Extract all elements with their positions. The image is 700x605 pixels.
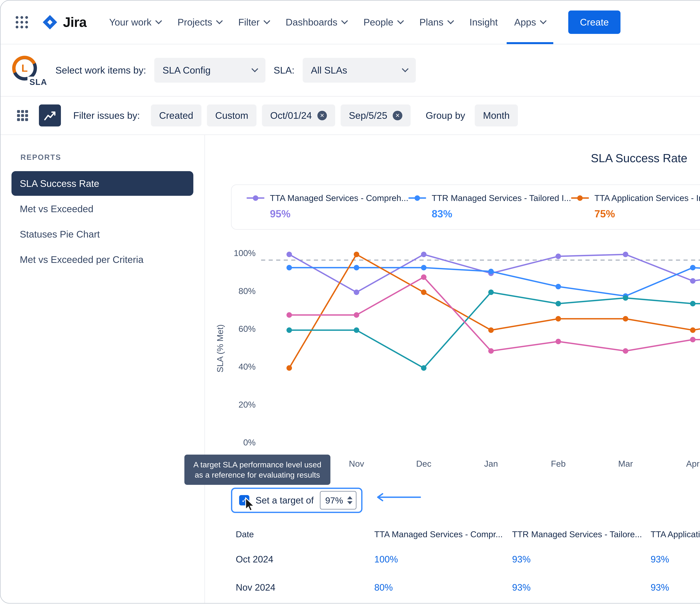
x-axis-tick: Mar xyxy=(604,459,648,468)
data-point[interactable] xyxy=(354,289,359,295)
chart-legend: TTA Managed Services - Compreh... 95% TT… xyxy=(231,185,700,230)
remove-chip-icon[interactable] xyxy=(393,111,402,120)
data-point[interactable] xyxy=(555,316,561,321)
work-items-dropdown[interactable]: SLA Config xyxy=(154,58,265,82)
target-value-input[interactable] xyxy=(325,495,344,505)
create-button[interactable]: Create xyxy=(568,10,620,34)
data-point[interactable] xyxy=(623,252,628,257)
chart-view-button[interactable] xyxy=(39,104,61,126)
data-point[interactable] xyxy=(555,301,561,306)
x-axis-tick: Apr xyxy=(671,459,700,468)
grid-view-button[interactable] xyxy=(11,104,33,126)
nav-item-apps[interactable]: Apps xyxy=(507,0,553,44)
data-point[interactable] xyxy=(488,327,494,333)
table-header-row: Date TTA Managed Services - Compr... TTR… xyxy=(236,523,700,545)
sla-app-header: L SLA Select work items by: SLA Config S… xyxy=(1,44,700,96)
chip-created[interactable]: Created xyxy=(151,104,201,126)
data-point[interactable] xyxy=(690,278,696,284)
nav-item-people[interactable]: People xyxy=(356,0,410,44)
spinner-arrows[interactable] xyxy=(347,496,352,504)
sidebar-item-met-vs-exceeded[interactable]: Met vs Exceeded xyxy=(11,196,193,221)
data-point[interactable] xyxy=(488,269,494,274)
spinner-down-icon[interactable] xyxy=(347,501,352,504)
data-point[interactable] xyxy=(421,274,426,280)
table-row: Nov 2024 80% 93% 93% 100% 60% xyxy=(236,573,700,602)
data-point[interactable] xyxy=(488,348,494,354)
jira-logo[interactable]: Jira xyxy=(42,14,86,30)
data-point[interactable] xyxy=(623,316,628,321)
series-summary-value: 75% xyxy=(595,208,700,220)
nav-item-dashboards[interactable]: Dashboards xyxy=(278,0,354,44)
x-axis-tick: Nov xyxy=(334,459,378,468)
y-axis-tick: 40% xyxy=(223,362,256,371)
data-point[interactable] xyxy=(690,301,696,306)
y-axis-label: SLA (% Met) xyxy=(215,293,225,403)
sla-dropdown[interactable]: All SLAs xyxy=(303,58,416,82)
target-spinner[interactable] xyxy=(320,491,356,509)
series-summary-value: 95% xyxy=(270,208,408,220)
y-axis-tick: 60% xyxy=(223,324,256,334)
group-by-label: Group by xyxy=(426,110,465,121)
report-content: SLA Success Rate TTA Managed Services - … xyxy=(205,135,700,603)
chevron-down-icon xyxy=(402,66,408,72)
nav-item-projects[interactable]: Projects xyxy=(170,0,229,44)
data-point[interactable] xyxy=(555,253,561,259)
chevron-down-icon xyxy=(341,18,348,24)
chevron-down-icon xyxy=(263,18,270,24)
legend-item[interactable]: TTA Managed Services - Compreh... 95% xyxy=(247,193,408,221)
data-table: Date TTA Managed Services - Compr... TTR… xyxy=(236,523,700,601)
chip-custom[interactable]: Custom xyxy=(207,104,256,126)
reports-sidebar: REPORTS SLA Success Rate Met vs Exceeded… xyxy=(1,135,205,603)
data-point[interactable] xyxy=(354,312,359,318)
app-switcher-button[interactable] xyxy=(11,12,32,32)
column-header: TTA Application Services - Inno... xyxy=(651,529,700,539)
data-point[interactable] xyxy=(286,365,292,371)
data-point[interactable] xyxy=(421,265,426,270)
chart-title: SLA Success Rate xyxy=(205,151,700,165)
nav-item-insight[interactable]: Insight xyxy=(462,0,505,44)
sidebar-heading: REPORTS xyxy=(21,153,193,162)
y-axis-tick: 80% xyxy=(223,286,256,296)
data-point[interactable] xyxy=(488,289,494,295)
remove-chip-icon[interactable] xyxy=(317,111,327,120)
legend-item[interactable]: TTR Managed Services - Tailored I... 83% xyxy=(408,193,571,221)
data-point[interactable] xyxy=(555,339,561,344)
data-point[interactable] xyxy=(354,252,359,257)
sidebar-item-statuses-pie-chart[interactable]: Statuses Pie Chart xyxy=(11,222,193,246)
table-row: Oct 2024 100% 93% 93% 40% 60% xyxy=(236,545,700,573)
column-header: TTR Managed Services - Tailore... xyxy=(512,529,651,539)
legend-item[interactable]: TTA Application Services - Innova... 75% xyxy=(571,193,700,221)
group-by-month-chip[interactable]: Month xyxy=(475,104,518,126)
app-window: Jira Your work Projects Filter Dashboard… xyxy=(0,0,700,604)
data-point[interactable] xyxy=(421,365,426,371)
spinner-up-icon[interactable] xyxy=(347,496,352,499)
chevron-down-icon xyxy=(447,18,454,24)
line-chart: 97% xyxy=(261,245,700,451)
data-point[interactable] xyxy=(623,348,628,354)
data-point[interactable] xyxy=(690,327,696,333)
chip-start-date[interactable]: Oct/01/24 xyxy=(262,104,335,126)
data-point[interactable] xyxy=(555,284,561,289)
nav-item-plans[interactable]: Plans xyxy=(412,0,460,44)
data-point[interactable] xyxy=(354,265,359,270)
sidebar-item-sla-success-rate[interactable]: SLA Success Rate xyxy=(11,171,193,196)
data-point[interactable] xyxy=(623,295,628,301)
nav-item-your-work[interactable]: Your work xyxy=(102,0,169,44)
column-header: Date xyxy=(236,529,374,539)
value-cell: 100% xyxy=(374,554,512,564)
data-point[interactable] xyxy=(354,327,359,333)
chevron-down-icon xyxy=(540,18,547,24)
data-point[interactable] xyxy=(286,327,292,333)
series-summary-value: 83% xyxy=(432,208,571,220)
sidebar-item-met-vs-exceeded-per-criteria[interactable]: Met vs Exceeded per Criteria xyxy=(11,247,193,272)
target-tooltip: A target SLA performance level used as a… xyxy=(184,455,330,485)
data-point[interactable] xyxy=(690,337,696,342)
nav-item-filter[interactable]: Filter xyxy=(231,0,277,44)
data-point[interactable] xyxy=(421,252,426,257)
data-point[interactable] xyxy=(421,289,426,295)
data-point[interactable] xyxy=(690,265,696,270)
chip-end-date[interactable]: Sep/5/25 xyxy=(341,104,410,126)
data-point[interactable] xyxy=(286,252,292,257)
data-point[interactable] xyxy=(286,312,292,318)
data-point[interactable] xyxy=(286,265,292,270)
